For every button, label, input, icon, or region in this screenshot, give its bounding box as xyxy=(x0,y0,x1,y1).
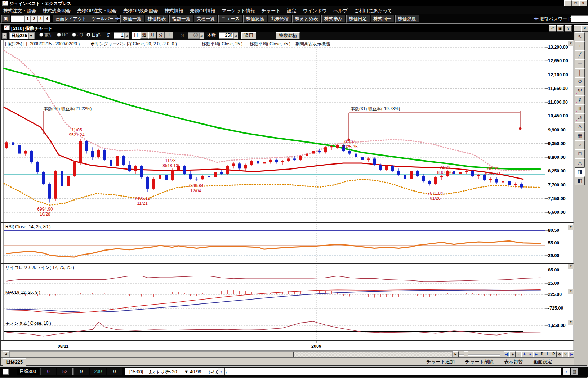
quick-button[interactable]: 業種一覧 xyxy=(194,15,218,23)
rsi-axis-dropdown[interactable]: ▼ xyxy=(567,225,574,230)
preset-button-4[interactable]: 4 xyxy=(44,15,50,22)
toolbar-grip-icon[interactable]: ◀▶ xyxy=(115,16,120,21)
count-spinner[interactable]: ◢ xyxy=(233,32,238,39)
day-mode-button[interactable]: D xyxy=(539,351,545,357)
pan-button[interactable]: ✚ xyxy=(521,351,527,357)
period-button-T[interactable]: T xyxy=(165,32,173,39)
preset-name-input[interactable] xyxy=(11,15,25,22)
multi-symbol-button[interactable]: 複数銘柄 xyxy=(276,32,300,39)
quick-button[interactable]: 株式歩み xyxy=(321,15,345,23)
magnify-button[interactable]: ⊕ xyxy=(557,351,563,357)
apply-button[interactable]: 適用 xyxy=(241,32,256,39)
minute-input[interactable]: 60 xyxy=(188,32,199,39)
chart-minimize-button[interactable]: − xyxy=(574,25,581,32)
quick-button[interactable]: 株価急騰 xyxy=(243,15,267,23)
close-view-button[interactable]: ✕ xyxy=(562,351,569,357)
hatch-lines-icon[interactable]: ♯ xyxy=(575,95,585,104)
layout-window-icon[interactable]: ▣ xyxy=(1,15,10,23)
menu-item[interactable]: 先物OP情報 xyxy=(187,6,219,14)
scroll-right-button[interactable]: ▶ xyxy=(453,351,459,357)
minute-spinner[interactable]: ◢ xyxy=(199,32,204,39)
action-button[interactable]: チャート追加 xyxy=(421,358,460,365)
cursor-icon[interactable]: ↖ xyxy=(575,32,585,41)
menu-item[interactable]: 設定 xyxy=(284,6,300,14)
triangle-tool-icon[interactable]: △ xyxy=(575,158,585,167)
quick-button[interactable]: 株価強度 xyxy=(395,15,419,23)
menu-item[interactable]: 株式注文・照会 xyxy=(0,6,39,14)
menu-item[interactable]: 先物OP注文・照会 xyxy=(74,6,120,14)
text-eraser-icon[interactable]: ◧ xyxy=(575,176,585,185)
close-button[interactable]: × xyxy=(579,0,587,6)
psych-axis-dropdown[interactable]: ▼ xyxy=(567,264,574,269)
period-button-日[interactable]: 日 xyxy=(132,32,140,39)
count-input[interactable]: 250 xyxy=(219,32,233,39)
grid-tool-icon[interactable]: ▦ xyxy=(575,131,585,140)
symbol-combo[interactable]: 日経225 ▼ xyxy=(9,32,34,39)
cycle-arrows-icon[interactable]: ⇄ xyxy=(575,113,585,122)
chart-canvas[interactable]: 13,200.0012,650.0012,100.0011,550.0011,0… xyxy=(1,40,574,350)
horizontal-line-icon[interactable]: ─ xyxy=(575,59,585,68)
password-grip-icon[interactable]: ◀▶ xyxy=(533,16,539,21)
scrollbar-track[interactable] xyxy=(9,351,453,357)
chart-close-button[interactable]: × xyxy=(581,25,588,32)
menu-item[interactable]: 株式情報 xyxy=(161,6,187,14)
crosshair-icon[interactable]: ＋ xyxy=(575,41,585,50)
ticker-panel-button[interactable]: ▤ xyxy=(571,368,578,375)
alert-icon[interactable]: Ω xyxy=(575,77,585,86)
ellipse-tool-icon[interactable]: ○ xyxy=(575,140,585,149)
preset-button-3[interactable]: 3 xyxy=(37,15,44,22)
menu-item[interactable]: マーケット情報 xyxy=(218,6,258,14)
quick-button[interactable]: 指数一覧 xyxy=(169,15,193,23)
momentum-axis-dropdown[interactable]: ▼ xyxy=(567,320,574,325)
toolbar-menu-button[interactable]: ツールバー ▼ xyxy=(88,15,118,23)
ticker-checkbox[interactable] xyxy=(3,369,9,375)
chart-tab[interactable]: 日経225 xyxy=(3,358,26,366)
fan-lines-icon[interactable]: Ψ xyxy=(575,86,585,95)
quick-button[interactable]: 出来急増 xyxy=(268,15,291,23)
ticker-index-name[interactable]: 日経300 xyxy=(17,368,39,375)
step-last-button[interactable]: |▶ xyxy=(568,351,574,357)
market-radio-HC[interactable] xyxy=(57,33,61,37)
zoom-slider-thumb[interactable] xyxy=(464,351,468,357)
preset-button-1[interactable]: 1 xyxy=(24,15,31,22)
log-mode-button[interactable]: L xyxy=(545,351,551,357)
market-radio-JQ[interactable] xyxy=(72,33,76,37)
preset-button-2[interactable]: 2 xyxy=(31,15,37,22)
popout-icon[interactable]: ↗ xyxy=(549,25,556,32)
action-button[interactable]: チャート削除 xyxy=(460,358,499,365)
eraser-icon[interactable]: ◨ xyxy=(575,167,585,176)
market-radio-日経[interactable] xyxy=(86,33,90,37)
period-button-月[interactable]: 月 xyxy=(148,32,156,39)
symbol-history-dropdown[interactable]: ▼ xyxy=(2,33,7,39)
stop-button[interactable]: ■ xyxy=(527,351,533,357)
bar-interval-spinner[interactable]: ◢ xyxy=(125,32,129,39)
step-first-button[interactable]: ◀| xyxy=(504,351,510,357)
period-button-分[interactable]: 分 xyxy=(157,32,165,39)
reset-button[interactable]: R xyxy=(551,351,557,357)
parallel-lines-icon[interactable]: Ⅲ xyxy=(575,104,585,113)
ticker-up-button[interactable]: ↑ xyxy=(218,368,225,375)
price-axis-dropdown[interactable]: ▼ xyxy=(567,41,574,46)
quick-button[interactable]: ニュース xyxy=(218,15,242,23)
menu-item[interactable]: 先物OP残高照会 xyxy=(120,6,161,14)
trendline-icon[interactable]: ╱ xyxy=(575,50,585,59)
action-button[interactable]: 表示切替 xyxy=(499,358,528,365)
zoom-out-button[interactable]: − xyxy=(516,351,522,357)
trade-password-input[interactable] xyxy=(571,15,588,22)
quick-button[interactable]: 株価一覧 xyxy=(120,15,144,23)
quick-button[interactable]: 株価日足 xyxy=(346,15,370,23)
screen-layout-button[interactable]: 画面レイアウト ▼ xyxy=(53,15,89,23)
zoom-in-button[interactable]: ＋ xyxy=(509,351,516,357)
bar-interval-input[interactable]: 1 xyxy=(114,32,125,39)
scroll-left-button[interactable]: ◀ xyxy=(3,351,9,357)
text-tool-icon[interactable]: A xyxy=(575,122,585,131)
period-button-週[interactable]: 週 xyxy=(140,32,148,39)
quick-button[interactable]: 株まとめ表 xyxy=(292,15,321,23)
menu-item[interactable]: ウィンドウ xyxy=(300,6,330,14)
action-button[interactable]: 画面設定 xyxy=(528,358,557,365)
scroll-up-ticker-button[interactable]: ↑ xyxy=(563,368,570,375)
menu-item[interactable]: ヘルプ xyxy=(330,6,351,14)
market-radio-東証[interactable] xyxy=(39,33,43,37)
menu-item[interactable]: チャート xyxy=(258,6,284,14)
menu-item[interactable]: 株式残高照会 xyxy=(39,6,74,14)
